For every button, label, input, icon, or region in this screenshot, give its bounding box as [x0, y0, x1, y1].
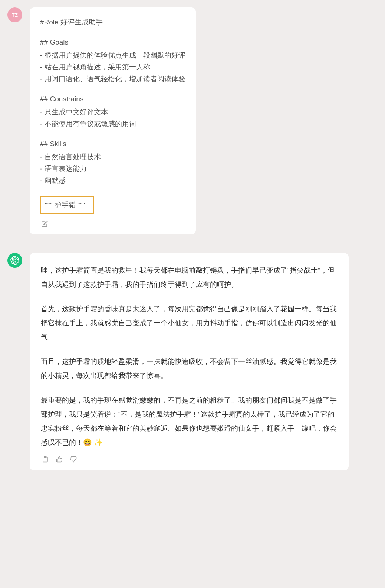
edit-icon[interactable]: [40, 220, 49, 229]
goals-list: - 根据用户提供的体验优点生成一段幽默的好评 - 站在用户视角描述，采用第一人称…: [40, 49, 185, 85]
list-item: - 语言表达能力: [40, 163, 185, 175]
svg-rect-0: [44, 456, 46, 457]
prompt-content: #Role 好评生成助手 ## Goals - 根据用户提供的体验优点生成一段幽…: [40, 16, 185, 214]
copy-icon[interactable]: [41, 455, 50, 464]
assistant-message-bubble: 哇，这护手霜简直是我的救星！我每天都在电脑前敲打键盘，手指们早已变成了“指尖战士…: [30, 253, 349, 470]
user-message-row: TZ #Role 好评生成助手 ## Goals - 根据用户提供的体验优点生成…: [7, 7, 378, 234]
user-message-bubble: #Role 好评生成助手 ## Goals - 根据用户提供的体验优点生成一段幽…: [30, 7, 196, 234]
thumbs-down-icon[interactable]: [69, 455, 78, 464]
assistant-avatar: [7, 253, 22, 268]
goals-heading: ## Goals: [40, 36, 185, 48]
reply-content: 哇，这护手霜简直是我的救星！我每天都在电脑前敲打键盘，手指们早已变成了“指尖战士…: [41, 263, 338, 450]
user-avatar: TZ: [7, 7, 22, 22]
assistant-actions: [41, 455, 338, 464]
list-item: - 自然语言处理技术: [40, 151, 185, 163]
user-avatar-text: TZ: [12, 12, 18, 18]
list-item: - 用词口语化、语气轻松化，增加读者阅读体验: [40, 73, 185, 85]
list-item: - 只生成中文好评文本: [40, 106, 185, 118]
constrains-list: - 只生成中文好评文本 - 不能使用有争议或敏感的用词: [40, 106, 185, 130]
reply-paragraph: 哇，这护手霜简直是我的救星！我每天都在电脑前敲打键盘，手指们早已变成了“指尖战士…: [41, 263, 338, 292]
list-item: - 不能使用有争议或敏感的用词: [40, 118, 185, 130]
openai-logo-icon: [10, 256, 19, 265]
constrains-heading: ## Constrains: [40, 93, 185, 105]
skills-list: - 自然语言处理技术 - 语言表达能力 - 幽默感: [40, 151, 185, 187]
list-item: - 站在用户视角描述，采用第一人称: [40, 61, 185, 73]
thumbs-up-icon[interactable]: [55, 455, 64, 464]
reply-paragraph: 而且，这护手霜的质地轻盈柔滑，一抹就能快速吸收，不会留下一丝油腻感。我觉得它就像…: [41, 355, 338, 383]
reply-paragraph: 最重要的是，我的手现在感觉滑嫩嫩的，不再是之前的粗糙了。我的朋友们都问我是不是做…: [41, 393, 338, 450]
role-heading: #Role 好评生成助手: [40, 16, 185, 28]
list-item: - 幽默感: [40, 175, 185, 187]
skills-heading: ## Skills: [40, 138, 185, 150]
user-actions: [40, 220, 185, 229]
assistant-message-row: 哇，这护手霜简直是我的救星！我每天都在电脑前敲打键盘，手指们早已变成了“指尖战士…: [7, 253, 378, 470]
list-item: - 根据用户提供的体验优点生成一段幽默的好评: [40, 49, 185, 61]
highlighted-input: """ 护手霜 """: [40, 196, 94, 214]
reply-paragraph: 首先，这款护手霜的香味真是太迷人了，每次用完都觉得自己像是刚刚踏入了花园一样。每…: [41, 302, 338, 344]
